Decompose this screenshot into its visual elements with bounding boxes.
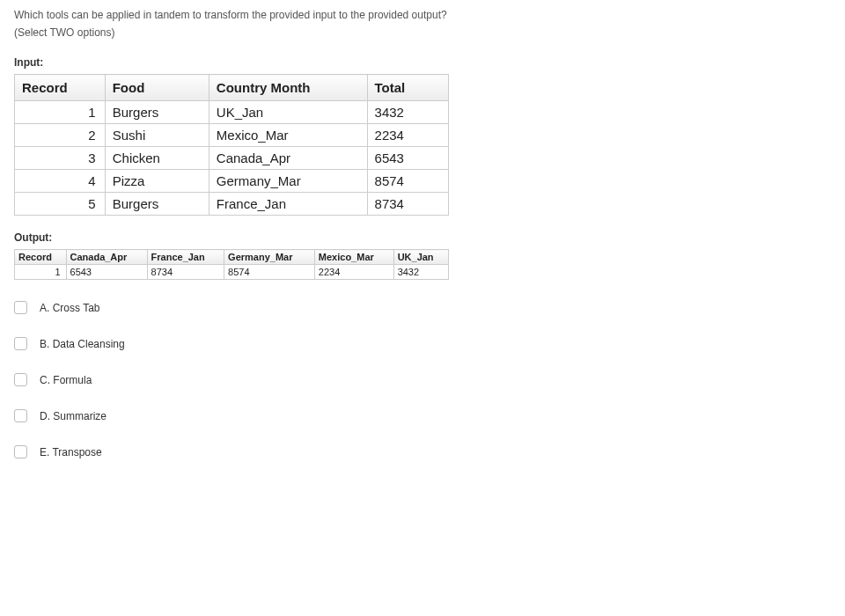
col-food: Food	[105, 75, 209, 101]
col-uk-jan: UK_Jan	[393, 250, 448, 265]
col-record: Record	[15, 75, 106, 101]
cell-food: Sushi	[105, 124, 209, 147]
option-c[interactable]: C. Formula	[14, 373, 831, 386]
option-c-label: C. Formula	[40, 374, 92, 386]
checkbox-c[interactable]	[14, 373, 27, 386]
option-b[interactable]: B. Data Cleansing	[14, 337, 831, 350]
col-country-month: Country Month	[209, 75, 367, 101]
option-d-label: D. Summarize	[40, 410, 107, 422]
cell-total: 6543	[367, 147, 448, 170]
options-group: A. Cross Tab B. Data Cleansing C. Formul…	[14, 301, 831, 458]
cell-country-month: UK_Jan	[209, 101, 367, 124]
cell-food: Chicken	[105, 147, 209, 170]
output-label: Output:	[14, 231, 831, 244]
cell-record: 1	[15, 101, 106, 124]
option-a[interactable]: A. Cross Tab	[14, 301, 831, 314]
checkbox-b[interactable]	[14, 337, 27, 350]
table-row: 2 Sushi Mexico_Mar 2234	[15, 124, 449, 147]
cell-total: 2234	[367, 124, 448, 147]
cell-mexico-mar: 2234	[314, 265, 393, 280]
table-row: 5 Burgers France_Jan 8734	[15, 193, 449, 216]
cell-food: Burgers	[105, 101, 209, 124]
cell-uk-jan: 3432	[393, 265, 448, 280]
table-row: 4 Pizza Germany_Mar 8574	[15, 170, 449, 193]
col-record: Record	[15, 250, 67, 265]
cell-total: 3432	[367, 101, 448, 124]
checkbox-d[interactable]	[14, 409, 27, 422]
option-b-label: B. Data Cleansing	[40, 338, 125, 350]
col-mexico-mar: Mexico_Mar	[314, 250, 393, 265]
table-row: 3 Chicken Canada_Apr 6543	[15, 147, 449, 170]
col-germany-mar: Germany_Mar	[224, 250, 315, 265]
cell-record: 4	[15, 170, 106, 193]
col-canada-apr: Canada_Apr	[66, 250, 147, 265]
option-e-label: E. Transpose	[40, 446, 102, 458]
cell-record: 1	[15, 265, 67, 280]
output-table: Record Canada_Apr France_Jan Germany_Mar…	[14, 249, 449, 280]
cell-record: 3	[15, 147, 106, 170]
option-e[interactable]: E. Transpose	[14, 445, 831, 458]
cell-food: Pizza	[105, 170, 209, 193]
col-france-jan: France_Jan	[147, 250, 224, 265]
question-text: Which tools can be applied in tandem to …	[14, 7, 831, 23]
cell-country-month: Canada_Apr	[209, 147, 367, 170]
cell-germany-mar: 8574	[224, 265, 315, 280]
question-instruction: (Select TWO options)	[14, 26, 831, 39]
table-header-row: Record Food Country Month Total	[15, 75, 449, 101]
col-total: Total	[367, 75, 448, 101]
checkbox-e[interactable]	[14, 445, 27, 458]
checkbox-a[interactable]	[14, 301, 27, 314]
cell-canada-apr: 6543	[66, 265, 147, 280]
table-header-row: Record Canada_Apr France_Jan Germany_Mar…	[15, 250, 449, 265]
cell-country-month: Mexico_Mar	[209, 124, 367, 147]
table-row: 1 Burgers UK_Jan 3432	[15, 101, 449, 124]
table-row: 1 6543 8734 8574 2234 3432	[15, 265, 449, 280]
cell-total: 8574	[367, 170, 448, 193]
option-a-label: A. Cross Tab	[40, 302, 99, 314]
cell-france-jan: 8734	[147, 265, 224, 280]
input-table: Record Food Country Month Total 1 Burger…	[14, 74, 449, 216]
input-label: Input:	[14, 56, 831, 69]
cell-country-month: France_Jan	[209, 193, 367, 216]
cell-record: 2	[15, 124, 106, 147]
cell-record: 5	[15, 193, 106, 216]
cell-total: 8734	[367, 193, 448, 216]
cell-food: Burgers	[105, 193, 209, 216]
option-d[interactable]: D. Summarize	[14, 409, 831, 422]
cell-country-month: Germany_Mar	[209, 170, 367, 193]
